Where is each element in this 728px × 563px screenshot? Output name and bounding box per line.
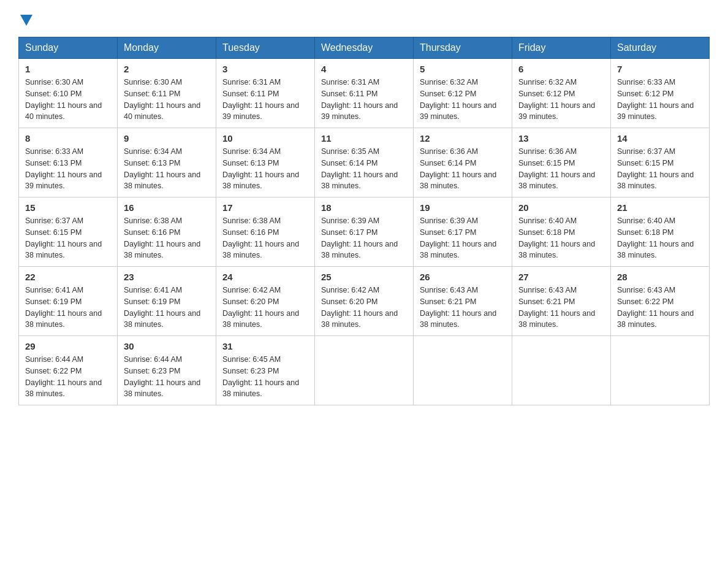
sunset-label: Sunset: 6:11 PM [222,90,279,98]
sunrise-label: Sunrise: 6:32 AM [518,78,577,86]
daylight-label: Daylight: 11 hours and 39 minutes. [617,101,694,121]
calendar-cell: 22 Sunrise: 6:41 AM Sunset: 6:19 PM Dayl… [19,267,118,336]
daylight-label: Daylight: 11 hours and 38 minutes. [222,309,299,329]
logo [18,12,32,25]
day-info: Sunrise: 6:36 AM Sunset: 6:14 PM Dayligh… [420,146,506,192]
day-info: Sunrise: 6:30 AM Sunset: 6:10 PM Dayligh… [25,77,111,123]
sunrise-label: Sunrise: 6:34 AM [124,147,182,156]
calendar-cell: 9 Sunrise: 6:34 AM Sunset: 6:13 PM Dayli… [118,128,216,197]
calendar-cell: 2 Sunrise: 6:30 AM Sunset: 6:11 PM Dayli… [118,59,216,128]
calendar-week-3: 15 Sunrise: 6:37 AM Sunset: 6:15 PM Dayl… [19,197,710,267]
day-info: Sunrise: 6:32 AM Sunset: 6:12 PM Dayligh… [518,77,604,123]
day-number: 21 [617,202,703,213]
sunset-label: Sunset: 6:22 PM [25,367,82,375]
daylight-label: Daylight: 11 hours and 38 minutes. [222,378,299,399]
daylight-label: Daylight: 11 hours and 38 minutes. [518,240,595,260]
day-number: 5 [420,64,506,74]
sunrise-label: Sunrise: 6:30 AM [124,78,182,86]
daylight-label: Daylight: 11 hours and 39 minutes. [222,101,299,121]
calendar-week-1: 1 Sunrise: 6:30 AM Sunset: 6:10 PM Dayli… [19,59,710,128]
daylight-label: Daylight: 11 hours and 38 minutes. [420,170,496,191]
column-header-saturday: Saturday [611,37,710,59]
column-header-friday: Friday [512,37,611,59]
sunset-label: Sunset: 6:17 PM [420,228,476,237]
day-number: 28 [617,272,703,282]
day-info: Sunrise: 6:33 AM Sunset: 6:12 PM Dayligh… [617,77,703,123]
calendar-cell: 24 Sunrise: 6:42 AM Sunset: 6:20 PM Dayl… [216,267,315,336]
sunset-label: Sunset: 6:19 PM [124,297,180,306]
day-number: 20 [518,202,604,213]
sunrise-label: Sunrise: 6:39 AM [420,216,478,225]
day-info: Sunrise: 6:41 AM Sunset: 6:19 PM Dayligh… [25,285,111,331]
daylight-label: Daylight: 11 hours and 38 minutes. [25,240,102,260]
sunrise-label: Sunrise: 6:39 AM [321,216,379,225]
calendar-cell: 8 Sunrise: 6:33 AM Sunset: 6:13 PM Dayli… [19,128,118,197]
day-number: 15 [25,202,111,213]
daylight-label: Daylight: 11 hours and 38 minutes. [617,309,694,329]
calendar-cell: 19 Sunrise: 6:39 AM Sunset: 6:17 PM Dayl… [414,197,512,267]
sunrise-label: Sunrise: 6:42 AM [222,286,281,294]
daylight-label: Daylight: 11 hours and 38 minutes. [420,309,496,329]
sunset-label: Sunset: 6:16 PM [124,228,180,237]
day-number: 30 [124,341,210,351]
day-number: 24 [222,272,308,282]
day-info: Sunrise: 6:39 AM Sunset: 6:17 PM Dayligh… [321,215,407,261]
day-info: Sunrise: 6:31 AM Sunset: 6:11 PM Dayligh… [321,77,407,123]
calendar-cell: 10 Sunrise: 6:34 AM Sunset: 6:13 PM Dayl… [216,128,315,197]
day-info: Sunrise: 6:40 AM Sunset: 6:18 PM Dayligh… [617,215,703,261]
sunrise-label: Sunrise: 6:33 AM [25,147,83,156]
calendar-cell: 16 Sunrise: 6:38 AM Sunset: 6:16 PM Dayl… [118,197,216,267]
day-info: Sunrise: 6:32 AM Sunset: 6:12 PM Dayligh… [420,77,506,123]
sunset-label: Sunset: 6:12 PM [518,90,575,98]
day-number: 26 [420,272,506,282]
sunrise-label: Sunrise: 6:31 AM [222,78,281,86]
daylight-label: Daylight: 11 hours and 39 minutes. [420,101,496,121]
sunset-label: Sunset: 6:14 PM [420,159,476,167]
calendar-cell: 14 Sunrise: 6:37 AM Sunset: 6:15 PM Dayl… [611,128,710,197]
sunrise-label: Sunrise: 6:43 AM [518,286,577,294]
calendar-week-2: 8 Sunrise: 6:33 AM Sunset: 6:13 PM Dayli… [19,128,710,197]
day-number: 6 [518,64,604,74]
sunset-label: Sunset: 6:12 PM [617,90,673,98]
daylight-label: Daylight: 11 hours and 38 minutes. [124,240,200,260]
daylight-label: Daylight: 11 hours and 39 minutes. [518,101,595,121]
sunrise-label: Sunrise: 6:30 AM [25,78,83,86]
sunrise-label: Sunrise: 6:40 AM [518,216,577,225]
daylight-label: Daylight: 11 hours and 38 minutes. [124,309,200,329]
day-info: Sunrise: 6:34 AM Sunset: 6:13 PM Dayligh… [124,146,210,192]
daylight-label: Daylight: 11 hours and 38 minutes. [25,378,102,399]
sunrise-label: Sunrise: 6:32 AM [420,78,478,86]
day-number: 3 [222,64,308,74]
day-info: Sunrise: 6:33 AM Sunset: 6:13 PM Dayligh… [25,146,111,192]
day-info: Sunrise: 6:42 AM Sunset: 6:20 PM Dayligh… [222,285,308,331]
sunrise-label: Sunrise: 6:36 AM [518,147,577,156]
sunrise-label: Sunrise: 6:44 AM [124,355,182,364]
sunset-label: Sunset: 6:13 PM [222,159,279,167]
column-header-monday: Monday [118,37,216,59]
column-header-wednesday: Wednesday [315,37,414,59]
day-info: Sunrise: 6:30 AM Sunset: 6:11 PM Dayligh… [124,77,210,123]
day-number: 31 [222,341,308,351]
sunrise-label: Sunrise: 6:33 AM [617,78,675,86]
sunset-label: Sunset: 6:18 PM [518,228,575,237]
day-number: 7 [617,64,703,74]
day-number: 12 [420,133,506,144]
sunset-label: Sunset: 6:20 PM [321,297,377,306]
daylight-label: Daylight: 11 hours and 38 minutes. [617,240,694,260]
calendar-cell [315,336,414,405]
logo-top [18,12,32,26]
calendar-cell: 29 Sunrise: 6:44 AM Sunset: 6:22 PM Dayl… [19,336,118,405]
sunrise-label: Sunrise: 6:43 AM [617,286,675,294]
calendar-cell: 26 Sunrise: 6:43 AM Sunset: 6:21 PM Dayl… [414,267,512,336]
day-info: Sunrise: 6:39 AM Sunset: 6:17 PM Dayligh… [420,215,506,261]
sunrise-label: Sunrise: 6:37 AM [25,216,83,225]
sunrise-label: Sunrise: 6:40 AM [617,216,675,225]
day-number: 4 [321,64,407,74]
sunset-label: Sunset: 6:20 PM [222,297,279,306]
day-info: Sunrise: 6:35 AM Sunset: 6:14 PM Dayligh… [321,146,407,192]
daylight-label: Daylight: 11 hours and 40 minutes. [124,101,200,121]
day-number: 10 [222,133,308,144]
day-info: Sunrise: 6:42 AM Sunset: 6:20 PM Dayligh… [321,285,407,331]
calendar-cell: 7 Sunrise: 6:33 AM Sunset: 6:12 PM Dayli… [611,59,710,128]
sunset-label: Sunset: 6:11 PM [321,90,377,98]
